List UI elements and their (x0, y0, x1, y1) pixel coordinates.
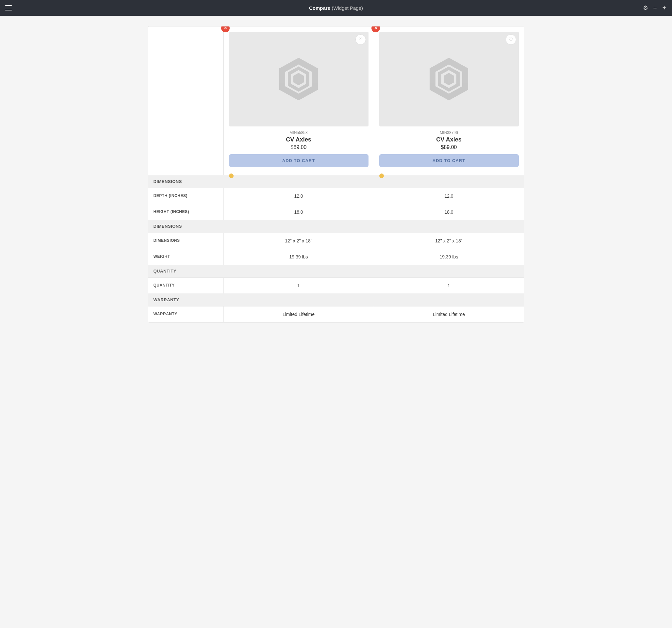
section-title-2: QUANTITY (148, 265, 524, 277)
settings-icon[interactable]: ⚙ (643, 4, 648, 11)
spec-row-2-0: QUANTITY11 (148, 277, 524, 293)
spec-value-3-0-0: Limited Lifetime (223, 307, 374, 322)
svg-marker-2 (293, 73, 304, 85)
product-price-2: $89.00 (379, 144, 519, 150)
section-header-row-2: QUANTITY (148, 265, 524, 277)
product-sku-1: MIN55853 (229, 130, 368, 135)
product-sku-2: MIN38796 (379, 130, 519, 135)
plus-icon[interactable]: ＋ (652, 4, 658, 12)
wishlist-product-2-button[interactable]: ♡ (506, 34, 516, 45)
spec-value-0-1-0: 18.0 (223, 204, 374, 220)
globe-icon[interactable]: ✦ (662, 4, 667, 11)
page-title: Compare (Widget Page) (309, 5, 363, 11)
spec-label-3-0: WARRANTY (148, 307, 223, 322)
spec-row-1-1: WEIGHT19.39 lbs19.39 lbs (148, 249, 524, 265)
product-image-area-1: ♡ (229, 32, 368, 126)
product-card-2: ♡ MIN38796 CV Axles $89.00 ADD TO CART (374, 26, 524, 175)
products-row: ♡ MIN55853 CV Axles $89.00 ADD TO CART (148, 26, 524, 175)
product-image-area-2: ♡ (379, 32, 519, 126)
spec-value-2-0-1: 1 (374, 278, 524, 293)
section-header-row-0: DIMENSIONS (148, 175, 524, 188)
spec-value-1-1-0: 19.39 lbs (223, 249, 374, 265)
section-header-row-3: WARRANTY (148, 293, 524, 306)
product-price-1: $89.00 (229, 144, 368, 150)
section-title-1: DIMENSIONS (148, 220, 524, 233)
dot-indicator-2 (379, 173, 384, 178)
product-name-1: CV Axles (229, 136, 368, 143)
product-card-1: ♡ MIN55853 CV Axles $89.00 ADD TO CART (223, 26, 374, 175)
header-left (5, 5, 12, 10)
spec-label-1-0: DIMENSIONS (148, 233, 223, 249)
spec-value-1-0-0: 12" x 2" x 18" (223, 233, 374, 249)
add-to-cart-2-button[interactable]: ADD TO CART (379, 154, 519, 167)
spec-value-0-1-1: 18.0 (374, 204, 524, 220)
spec-value-3-0-1: Limited Lifetime (374, 307, 524, 322)
product-name-2: CV Axles (379, 136, 519, 143)
section-title-0: DIMENSIONS (148, 175, 524, 188)
spec-value-1-0-1: 12" x 2" x 18" (374, 233, 524, 249)
spec-label-0-0: DEPTH (INCHES) (148, 188, 223, 204)
wishlist-product-1-button[interactable]: ♡ (356, 34, 366, 45)
product-2-image (428, 58, 470, 100)
section-title-3: WARRANTY (148, 293, 524, 306)
product-info-2: MIN38796 CV Axles $89.00 ADD TO CART (379, 126, 519, 170)
compare-container: ♡ MIN55853 CV Axles $89.00 ADD TO CART (148, 26, 524, 322)
page-title-light: (Widget Page) (332, 5, 363, 11)
app-header: Compare (Widget Page) ⚙ ＋ ✦ (0, 0, 672, 16)
spec-sections: DIMENSIONSDEPTH (INCHES)12.012.0HEIGHT (… (148, 175, 524, 322)
add-to-cart-1-button[interactable]: ADD TO CART (229, 154, 368, 167)
page-title-bold: Compare (309, 5, 330, 11)
spec-label-0-1: HEIGHT (INCHES) (148, 204, 223, 220)
spec-row-0-0: DEPTH (INCHES)12.012.0 (148, 188, 524, 204)
sidebar-toggle-button[interactable] (5, 5, 12, 10)
spec-value-1-1-1: 19.39 lbs (374, 249, 524, 265)
spec-label-2-0: QUANTITY (148, 278, 223, 293)
section-header-row-1: DIMENSIONS (148, 220, 524, 233)
product-1-image (278, 58, 320, 100)
spec-row-0-1: HEIGHT (INCHES)18.018.0 (148, 204, 524, 220)
spec-row-3-0: WARRANTYLimited LifetimeLimited Lifetime (148, 306, 524, 322)
spec-label-1-1: WEIGHT (148, 249, 223, 265)
spec-value-2-0-0: 1 (223, 278, 374, 293)
spec-value-0-0-1: 12.0 (374, 188, 524, 204)
header-right: ⚙ ＋ ✦ (643, 4, 667, 12)
label-col-empty (148, 26, 223, 175)
main-content: ♡ MIN55853 CV Axles $89.00 ADD TO CART (140, 16, 532, 333)
spec-row-1-0: DIMENSIONS12" x 2" x 18"12" x 2" x 18" (148, 233, 524, 249)
dot-indicator-1 (229, 173, 234, 178)
svg-marker-5 (443, 73, 454, 85)
spec-value-0-0-0: 12.0 (223, 188, 374, 204)
product-info-1: MIN55853 CV Axles $89.00 ADD TO CART (229, 126, 368, 170)
